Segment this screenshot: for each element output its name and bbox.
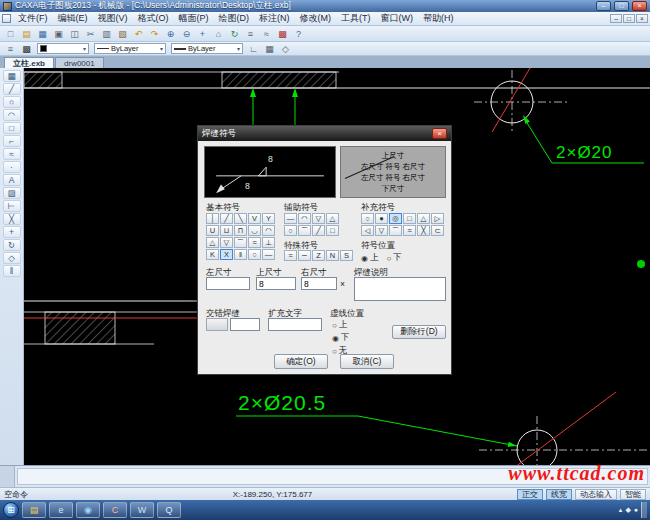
basic-symbol-button[interactable]: X [220,249,233,260]
tray-up-icon[interactable]: ▴ [619,506,623,514]
stagger-input[interactable] [230,318,260,331]
symbol-position-radio[interactable]: 上 [361,252,378,264]
color-icon[interactable]: ▩ [275,27,290,40]
tab-drw0001[interactable]: drw0001 [55,57,104,68]
special-symbol-button[interactable]: ∽ [298,250,311,261]
linetype-combo[interactable]: ByLayer ▾ [94,43,166,54]
ortho-icon[interactable]: ∟ [246,43,261,55]
print-icon[interactable]: ▣ [51,27,66,40]
menu-item[interactable]: 格式(O) [133,12,174,25]
dialog-titlebar[interactable]: 焊缝符号 × [198,126,451,141]
dialog-close-icon[interactable]: × [432,128,447,139]
new-icon[interactable]: □ [3,27,18,40]
weld-desc-box[interactable] [354,277,446,301]
supp-symbol-button[interactable]: △ [417,213,430,224]
layer-settings-icon[interactable]: ≡ [3,43,18,55]
tab-lizhu-exb[interactable]: 立柱.exb [4,57,54,68]
basic-symbol-button[interactable]: U [206,225,219,236]
point-icon[interactable]: · [3,161,21,173]
zoom-fit-icon[interactable]: ⌂ [211,27,226,40]
hatch-icon[interactable]: ▨ [3,187,21,199]
basic-symbol-button[interactable]: ╱ [220,213,233,224]
lineweight-combo[interactable]: ByLayer ▾ [171,43,243,54]
select-icon[interactable]: ▦ [3,70,21,82]
mirror-icon[interactable]: ◇ [3,252,21,264]
supp-symbol-button[interactable]: ⊂ [431,225,444,236]
close-button[interactable]: × [632,1,647,11]
dimension-icon[interactable]: ⊢ [3,200,21,212]
aux-symbol-button[interactable]: ⌒ [298,225,311,236]
child-window-button[interactable]: – [610,14,622,23]
aux-symbol-button[interactable]: △ [326,213,339,224]
erase-icon[interactable]: ╳ [3,213,21,225]
status-toggle[interactable]: 动态输入 [575,489,617,500]
basic-symbol-button[interactable]: ╲ [234,213,247,224]
rect-icon[interactable]: □ [3,122,21,134]
explorer-app[interactable]: ▤ [22,502,46,518]
aux-symbol-button[interactable]: □ [326,225,339,236]
save-icon[interactable]: ▦ [35,27,50,40]
media-app[interactable]: ◉ [76,502,100,518]
arc-icon[interactable]: ◠ [3,109,21,121]
basic-symbol-button[interactable]: ⊓ [234,225,247,236]
child-window-button[interactable]: × [636,14,648,23]
top-dim-input[interactable] [256,277,296,290]
show-desktop-button[interactable] [641,502,647,518]
tray-volume-icon[interactable]: ◆ [625,506,630,514]
delete-row-button[interactable]: 删除行(D) [392,325,446,339]
preview-icon[interactable]: ◫ [67,27,82,40]
left-dim-input[interactable] [206,277,250,290]
start-button[interactable]: ⊞ [3,502,19,518]
line-icon[interactable]: ╱ [3,83,21,95]
circle-icon[interactable]: ○ [3,96,21,108]
special-symbol-button[interactable]: ≈ [284,250,297,261]
menu-item[interactable]: 视图(V) [93,12,133,25]
offset-icon[interactable]: ‖ [3,265,21,277]
maximize-button[interactable]: □ [614,1,629,11]
aux-symbol-button[interactable]: ▽ [312,213,325,224]
basic-symbol-button[interactable]: △ [206,237,219,248]
basic-symbol-button[interactable]: ◡ [248,225,261,236]
redo-icon[interactable]: ↷ [147,27,162,40]
basic-symbol-button[interactable]: K [206,249,219,260]
undo-icon[interactable]: ↶ [131,27,146,40]
basic-symbol-button[interactable]: Y [262,213,275,224]
pan-icon[interactable]: + [195,27,210,40]
polyline-icon[interactable]: ⌐ [3,135,21,147]
supp-symbol-button[interactable]: □ [403,213,416,224]
basic-symbol-button[interactable]: ▽ [220,237,233,248]
menu-item[interactable]: 文件(F) [13,12,53,25]
symbol-position-radio[interactable]: 下 [386,252,401,264]
supp-symbol-button[interactable]: ◎ [389,213,402,224]
dash-position-radio[interactable]: 下 [332,332,349,344]
aux-symbol-button[interactable]: — [284,213,297,224]
rotate-icon[interactable]: ↻ [3,239,21,251]
redraw-icon[interactable]: ↻ [227,27,242,40]
menu-item[interactable]: 绘图(D) [214,12,255,25]
open-icon[interactable]: ▤ [19,27,34,40]
grip-point[interactable] [637,260,645,268]
menu-item[interactable]: 幅面(P) [174,12,214,25]
layer-combo[interactable]: ▾ [37,43,89,54]
caxa-app[interactable]: C [103,502,127,518]
text-icon[interactable]: A [3,174,21,186]
linetype-icon[interactable]: ≈ [259,27,274,40]
status-toggle[interactable]: 智能 [620,489,646,500]
basic-symbol-button[interactable]: ⌒ [234,237,247,248]
cancel-button[interactable]: 取消(C) [340,354,394,369]
menu-item[interactable]: 标注(N) [254,12,295,25]
supp-symbol-button[interactable]: ≈ [403,225,416,236]
ie-app[interactable]: e [49,502,73,518]
status-toggle[interactable]: 线宽 [546,489,572,500]
word-app[interactable]: W [130,502,154,518]
zoom-out-icon[interactable]: ⊖ [179,27,194,40]
menu-item[interactable]: 修改(M) [295,12,337,25]
supp-symbol-button[interactable]: ◁ [361,225,374,236]
special-symbol-button[interactable]: S [340,250,353,261]
special-symbol-button[interactable]: Z [312,250,325,261]
right-dim-input[interactable] [301,277,337,290]
basic-symbol-button[interactable]: ⊥ [262,237,275,248]
basic-symbol-button[interactable]: ⊔ [220,225,233,236]
aux-symbol-button[interactable]: ◠ [298,213,311,224]
basic-symbol-button[interactable]: ◠ [262,225,275,236]
